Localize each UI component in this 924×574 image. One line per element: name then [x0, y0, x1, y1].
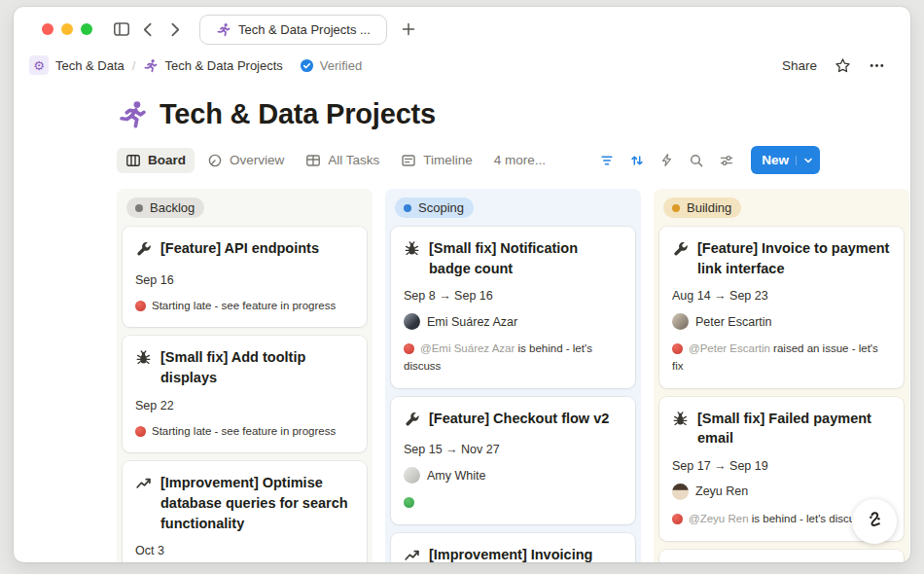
table-icon — [305, 153, 321, 168]
view-tab-label: All Tasks — [328, 153, 379, 167]
filter-icon[interactable] — [599, 153, 615, 168]
assignee-name: Amy White — [427, 469, 485, 483]
chart-icon — [404, 547, 420, 562]
verified-label: Verified — [320, 58, 362, 73]
sort-icon[interactable] — [629, 153, 645, 168]
task-card[interactable]: [Feature] Invoice to payment link interf… — [659, 227, 904, 388]
view-tab-board[interactable]: Board — [117, 148, 195, 173]
view-tab-label: Board — [148, 153, 186, 167]
toolbar-actions: New — [599, 146, 820, 174]
back-button[interactable] — [140, 21, 157, 38]
verified-badge: Verified — [300, 58, 362, 73]
column-status-pill[interactable]: Backlog — [126, 197, 204, 218]
new-button[interactable]: New — [751, 146, 820, 174]
bug-icon — [135, 349, 152, 387]
card-title-row: [Small fix] Add tooltip displays — [135, 347, 354, 387]
status-text: Starting late - see feature in progress — [152, 300, 336, 311]
chevron-down-icon[interactable] — [796, 156, 813, 165]
column-status-pill[interactable]: Building — [663, 197, 741, 218]
card-title: [Improvement] Optimise database queries … — [160, 473, 354, 533]
breadcrumb-workspace[interactable]: Tech & Data — [55, 58, 124, 73]
status-dot-icon — [135, 204, 143, 212]
runner-icon[interactable] — [117, 99, 147, 129]
card-title: [Small fix] Notification badge count — [429, 238, 622, 278]
card-title: [Small fix] Add tooltip displays — [160, 347, 354, 387]
card-status — [404, 494, 622, 512]
status-dot-icon — [672, 204, 680, 212]
task-card[interactable]: [Feature] Checkout flow v2Sep 15 → Nov 2… — [391, 397, 635, 524]
column-status-pill[interactable]: Scoping — [395, 197, 474, 218]
avatar — [672, 313, 689, 330]
floating-action-button[interactable] — [852, 499, 897, 544]
assignee-name: Zeyu Ren — [695, 484, 748, 498]
card-assignee: Peter Escartin — [672, 313, 891, 330]
task-card[interactable]: [Feature] API endpointsSep 16Starting la… — [123, 227, 367, 327]
status-red-dot-icon — [672, 343, 683, 354]
views-toolbar: BoardOverviewAll TasksTimeline4 more... — [117, 146, 820, 174]
status-mention[interactable]: @Emi Suárez Azar — [420, 342, 515, 354]
browser-tab[interactable]: Tech & Data Projects ... — [199, 15, 387, 45]
chart-icon — [135, 475, 152, 533]
status-mention[interactable]: @Zeyu Ren — [689, 513, 749, 524]
card-status: @Peter Escartin raised an issue - let's … — [672, 341, 891, 376]
new-tab-button[interactable] — [401, 21, 416, 37]
column-name: Backlog — [150, 200, 195, 215]
minimize-window-button[interactable] — [61, 23, 73, 35]
view-tab-4-more[interactable]: 4 more... — [485, 148, 554, 172]
status-text: is behind - let's discuss — [752, 513, 867, 524]
column-header: Backlog — [123, 196, 367, 227]
avatar — [672, 484, 689, 500]
card-status: Starting late - see feature in progress — [135, 298, 354, 315]
status-red-dot-icon — [135, 426, 146, 437]
card-title-row: [Feature] Invoice to payment link interf… — [672, 238, 891, 278]
window-tab-bar: Tech & Data Projects ... — [14, 7, 910, 48]
task-card[interactable]: [Small fix] Notification badge countSep … — [391, 227, 635, 388]
forward-button[interactable] — [166, 21, 183, 38]
traffic-lights — [42, 23, 92, 35]
task-card[interactable]: [Small fix] Add tooltip displaysSep 22St… — [123, 336, 367, 452]
card-date: Aug 14 → Sep 23 — [672, 289, 891, 303]
new-button-label: New — [762, 153, 789, 167]
card-date: Sep 17 → Sep 19 — [672, 459, 891, 473]
card-status: @Emi Suárez Azar is behind - let's discu… — [404, 341, 622, 376]
bolt-icon[interactable] — [659, 153, 674, 167]
sidebar-toggle-icon[interactable] — [113, 20, 130, 38]
view-tabs: BoardOverviewAll TasksTimeline4 more... — [117, 148, 554, 173]
card-title: [Feature] API endpoints — [160, 238, 319, 263]
view-tab-label: Overview — [230, 153, 284, 167]
card-title-row: [Feature] Checkout flow v2 — [404, 409, 622, 433]
favorite-star-icon[interactable] — [835, 57, 851, 74]
search-icon[interactable] — [689, 153, 704, 168]
gear-icon[interactable]: ⚙ — [29, 55, 49, 75]
view-tab-all-tasks[interactable]: All Tasks — [297, 148, 388, 173]
task-card[interactable]: [Feature] Advanced settings on partial i… — [659, 550, 904, 562]
card-list: [Small fix] Notification badge countSep … — [391, 227, 635, 562]
close-window-button[interactable] — [42, 23, 53, 35]
overview-icon — [207, 153, 223, 168]
view-tab-overview[interactable]: Overview — [198, 148, 293, 173]
card-assignee: Amy White — [404, 467, 622, 484]
breadcrumb-bar: ⚙ Tech & Data / Tech & Data Projects Ver… — [14, 48, 910, 83]
zoom-window-button[interactable] — [81, 23, 92, 35]
view-tab-label: Timeline — [423, 153, 473, 167]
board-icon — [125, 153, 141, 168]
share-button[interactable]: Share — [782, 58, 817, 73]
kanban-board: Backlog[Feature] API endpointsSep 16Star… — [117, 189, 910, 562]
card-date: Sep 8 → Sep 16 — [404, 289, 622, 303]
status-mention[interactable]: @Peter Escartin — [689, 342, 770, 354]
column-name: Scoping — [418, 200, 464, 215]
status-red-dot-icon — [404, 343, 414, 354]
card-status: Starting late - see feature in progress — [135, 423, 354, 441]
runner-icon — [216, 22, 231, 37]
more-options-icon[interactable] — [869, 57, 885, 74]
task-card[interactable]: [Improvement] Invoicing side panelSep 15… — [391, 533, 635, 562]
card-title-row: [Feature] Advanced settings on partial i… — [672, 561, 891, 562]
breadcrumb: ⚙ Tech & Data / Tech & Data Projects Ver… — [29, 55, 362, 75]
tune-icon[interactable] — [719, 153, 734, 168]
task-card[interactable]: [Improvement] Optimise database queries … — [123, 461, 367, 562]
breadcrumb-page[interactable]: Tech & Data Projects — [164, 58, 282, 73]
wrench-icon — [404, 411, 420, 433]
view-tab-timeline[interactable]: Timeline — [392, 148, 481, 173]
tab-title: Tech & Data Projects ... — [238, 22, 371, 37]
card-title-row: [Small fix] Notification badge count — [404, 238, 622, 278]
